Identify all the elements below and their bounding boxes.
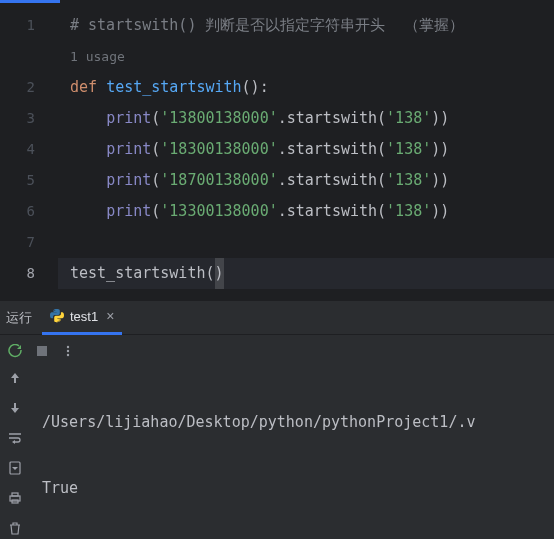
code-area[interactable]: # startswith() 判断是否以指定字符串开头 （掌握） 1 usage… (58, 0, 554, 300)
method-token: startswith (287, 109, 377, 127)
rerun-icon[interactable] (8, 344, 22, 358)
builtin-token: print (106, 140, 151, 158)
call-token: test_startswith (70, 264, 205, 282)
tool-window-title: 运行 (0, 309, 42, 327)
svg-rect-6 (12, 493, 18, 496)
builtin-token: print (106, 109, 151, 127)
console-line: True (42, 473, 554, 503)
string-token: '13800138000' (160, 109, 277, 127)
string-token: '13300138000' (160, 202, 277, 220)
svg-point-3 (67, 354, 69, 356)
line-number-current: 8 (0, 258, 57, 289)
line-number: 5 (0, 165, 57, 196)
method-token: startswith (287, 202, 377, 220)
run-tab[interactable]: test1 × (42, 301, 122, 335)
keyword-token: def (70, 78, 97, 96)
punct-token: (): (242, 78, 269, 96)
caret-position: ) (215, 258, 224, 289)
string-token: '138' (386, 202, 431, 220)
svg-point-1 (67, 346, 69, 348)
string-token: '18700138000' (160, 171, 277, 189)
scroll-to-end-icon[interactable] (8, 461, 22, 475)
step-up-icon[interactable] (8, 371, 22, 385)
method-token: startswith (287, 140, 377, 158)
builtin-token: print (106, 202, 151, 220)
trash-icon[interactable] (8, 521, 22, 535)
python-file-icon (50, 309, 64, 323)
progress-indicator (0, 0, 60, 3)
funcdef-token: test_startswith (106, 78, 241, 96)
builtin-token: print (106, 171, 151, 189)
string-token: '138' (386, 109, 431, 127)
string-token: '138' (386, 171, 431, 189)
code-line: print('18700138000'.startswith('138')) (58, 165, 554, 196)
string-token: '18300138000' (160, 140, 277, 158)
more-icon[interactable] (62, 345, 74, 357)
run-toolbar (0, 335, 554, 367)
console-output[interactable]: /Users/lijiahao/Desktop/python/pythonPro… (30, 367, 554, 539)
soft-wrap-icon[interactable] (8, 431, 22, 445)
code-line-current: test_startswith() (58, 258, 554, 289)
code-line: print('13300138000'.startswith('138')) (58, 196, 554, 227)
string-token: '138' (386, 140, 431, 158)
step-down-icon[interactable] (8, 401, 22, 415)
line-number: 6 (0, 196, 57, 227)
line-number: 1 (0, 10, 57, 41)
code-line (58, 227, 554, 258)
code-editor[interactable]: 1 2 3 4 5 6 7 8 # startswith() 判断是否以指定字符… (0, 0, 554, 300)
svg-point-2 (67, 350, 69, 352)
line-number: 2 (0, 72, 57, 103)
tool-window-tabs: 运行 test1 × (0, 301, 554, 335)
comment-token: # startswith() 判断是否以指定字符串开头 （掌握） (70, 16, 464, 34)
code-line: print('18300138000'.startswith('138')) (58, 134, 554, 165)
line-number: 4 (0, 134, 57, 165)
console-line: /Users/lijiahao/Desktop/python/pythonPro… (42, 407, 554, 437)
console-side-toolbar (0, 367, 30, 539)
line-number-gutter: 1 2 3 4 5 6 7 8 (0, 0, 58, 300)
line-number-blank (0, 41, 57, 72)
line-number: 3 (0, 103, 57, 134)
line-number: 7 (0, 227, 57, 258)
stop-icon[interactable] (36, 345, 48, 357)
method-token: startswith (287, 171, 377, 189)
usage-hint[interactable]: 1 usage (58, 41, 554, 72)
close-icon[interactable]: × (106, 308, 114, 324)
run-tool-window: 运行 test1 × /Users/lijiahao/Desktop/pytho… (0, 300, 554, 539)
print-icon[interactable] (8, 491, 22, 505)
code-line: def test_startswith(): (58, 72, 554, 103)
code-line: print('13800138000'.startswith('138')) (58, 103, 554, 134)
run-tab-label: test1 (70, 309, 98, 324)
svg-rect-0 (37, 346, 47, 356)
code-line: # startswith() 判断是否以指定字符串开头 （掌握） (58, 10, 554, 41)
